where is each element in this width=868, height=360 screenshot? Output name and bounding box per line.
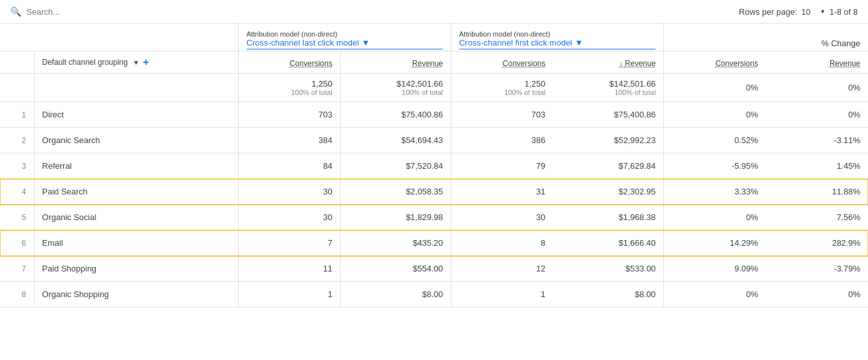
attr-model-label-1: Attribution model (non-direct) <box>247 30 443 38</box>
col-header-conv1[interactable]: Conversions <box>238 51 340 74</box>
rows-control: Rows per page: 10 25 50 100 1-8 of 8 <box>739 7 858 17</box>
cell-rev2: $1,666.40 <box>553 230 664 256</box>
channel-name-cell: Email <box>34 230 238 256</box>
table-row: 3 Referral 84 $7,520.84 79 $7,629.84 -5.… <box>0 153 868 179</box>
attr-model-label-2: Attribution model (non-direct) <box>459 30 655 38</box>
table-row: 4 Paid Search 30 $2,058.35 31 $2,302.95 … <box>0 179 868 205</box>
cell-rev2: $52,992.23 <box>553 128 664 153</box>
cell-rev2: $533.00 <box>553 256 664 282</box>
cell-conv2: 31 <box>451 179 553 205</box>
cell-rev2: $1,968.38 <box>553 205 664 230</box>
cell-conv3: 0% <box>664 205 766 230</box>
channel-name-cell: Direct <box>34 102 238 128</box>
cell-conv3: 9.09% <box>664 256 766 282</box>
search-input[interactable] <box>26 7 203 17</box>
cell-rev1: $8.00 <box>340 282 451 307</box>
cell-conv2: 1 <box>451 282 553 307</box>
row-number: 4 <box>0 179 34 205</box>
cell-rev3: 7.56% <box>766 205 868 230</box>
row-number: 8 <box>0 282 34 307</box>
attr-model-value-1[interactable]: Cross-channel last click model ▼ <box>247 38 443 49</box>
cell-conv1: 11 <box>238 256 340 282</box>
cell-conv1: 384 <box>238 128 340 153</box>
row-number: 1 <box>0 102 34 128</box>
rows-per-page-select[interactable]: 10 25 50 100 <box>801 7 826 17</box>
col-header-rev1[interactable]: Revenue <box>340 51 451 74</box>
channel-name: Organic Social <box>42 212 97 222</box>
channel-name: Paid Search <box>42 187 88 196</box>
channel-name-cell: Organic Shopping <box>34 282 238 307</box>
search-icon: 🔍 <box>10 6 21 17</box>
channel-name-cell: Referral <box>34 153 238 179</box>
cell-conv3: 0.52% <box>664 128 766 153</box>
sort-arrow-icon: ↓ <box>620 60 625 67</box>
attr-model-value-2[interactable]: Cross-channel first click model ▼ <box>459 38 655 49</box>
cell-rev3: 0% <box>766 102 868 128</box>
row-number: 3 <box>0 153 34 179</box>
search-box: 🔍 <box>10 6 203 17</box>
channel-name: Direct <box>42 110 64 119</box>
cell-conv3: 14.29% <box>664 230 766 256</box>
cell-rev2: $75,400.86 <box>553 102 664 128</box>
cell-conv2: 30 <box>451 205 553 230</box>
cell-conv1: 84 <box>238 153 340 179</box>
cell-conv3: 0% <box>664 102 766 128</box>
cell-conv2: 79 <box>451 153 553 179</box>
cell-rev3: 11.88% <box>766 179 868 205</box>
cell-rev3: 0% <box>766 282 868 307</box>
cell-conv1: 30 <box>238 205 340 230</box>
page-info: 1-8 of 8 <box>829 7 858 17</box>
cell-rev1: $2,058.35 <box>340 179 451 205</box>
channel-name: Referral <box>42 161 72 171</box>
top-bar: 🔍 Rows per page: 10 25 50 100 1-8 of 8 <box>0 0 868 24</box>
cell-rev1: $554.00 <box>340 256 451 282</box>
total-rev2: $142,501.66 100% of total <box>553 74 664 102</box>
rows-select-wrapper: 10 25 50 100 <box>801 7 826 17</box>
cell-conv3: -5.95% <box>664 153 766 179</box>
table-row: 2 Organic Search 384 $54,694.43 386 $52,… <box>0 128 868 153</box>
channel-name: Email <box>42 238 64 248</box>
cell-conv2: 703 <box>451 102 553 128</box>
table-row: 8 Organic Shopping 1 $8.00 1 $8.00 0% 0% <box>0 282 868 307</box>
cell-rev3: -3.79% <box>766 256 868 282</box>
col-header-rev3[interactable]: Revenue <box>766 51 868 74</box>
cell-conv1: 30 <box>238 179 340 205</box>
channel-name-cell: Paid Shopping <box>34 256 238 282</box>
cell-rev2: $2,302.95 <box>553 179 664 205</box>
col-header-conv3[interactable]: Conversions <box>664 51 766 74</box>
header-row-cols: Default channel grouping ▼ + Conversions… <box>0 51 868 74</box>
channel-name: Paid Shopping <box>42 264 97 273</box>
channel-grouping-label: Default channel grouping <box>42 58 128 67</box>
table-row: 1 Direct 703 $75,400.86 703 $75,400.86 0… <box>0 102 868 128</box>
cell-conv1: 1 <box>238 282 340 307</box>
cell-conv3: 3.33% <box>664 179 766 205</box>
total-conv2: 1,250 100% of total <box>451 74 553 102</box>
cell-conv1: 703 <box>238 102 340 128</box>
row-number: 5 <box>0 205 34 230</box>
channel-dropdown-icon[interactable]: ▼ <box>133 59 139 66</box>
col-header-conv2[interactable]: Conversions <box>451 51 553 74</box>
cell-rev1: $54,694.43 <box>340 128 451 153</box>
channel-col-header: Default channel grouping ▼ + <box>42 56 230 68</box>
data-table: Attribution model (non-direct) Cross-cha… <box>0 24 868 307</box>
cell-rev2: $7,629.84 <box>553 153 664 179</box>
cell-rev1: $75,400.86 <box>340 102 451 128</box>
total-conv3: 0% <box>664 74 766 102</box>
cell-rev1: $7,520.84 <box>340 153 451 179</box>
table-row: 6 Email 7 $435.20 8 $1,666.40 14.29% 282… <box>0 230 868 256</box>
total-rev3: 0% <box>766 74 868 102</box>
add-col-button[interactable]: + <box>143 56 149 68</box>
cell-rev2: $8.00 <box>553 282 664 307</box>
total-rev1: $142,501.66 100% of total <box>340 74 451 102</box>
header-row-model: Attribution model (non-direct) Cross-cha… <box>0 24 868 51</box>
row-number: 6 <box>0 230 34 256</box>
cell-rev3: 282.9% <box>766 230 868 256</box>
channel-name-cell: Organic Social <box>34 205 238 230</box>
channel-name: Organic Shopping <box>42 289 109 299</box>
cell-conv1: 7 <box>238 230 340 256</box>
cell-rev3: 1.45% <box>766 153 868 179</box>
cell-conv2: 386 <box>451 128 553 153</box>
col-header-rev2[interactable]: ↓ Revenue <box>553 51 664 74</box>
cell-rev3: -3.11% <box>766 128 868 153</box>
row-number: 2 <box>0 128 34 153</box>
